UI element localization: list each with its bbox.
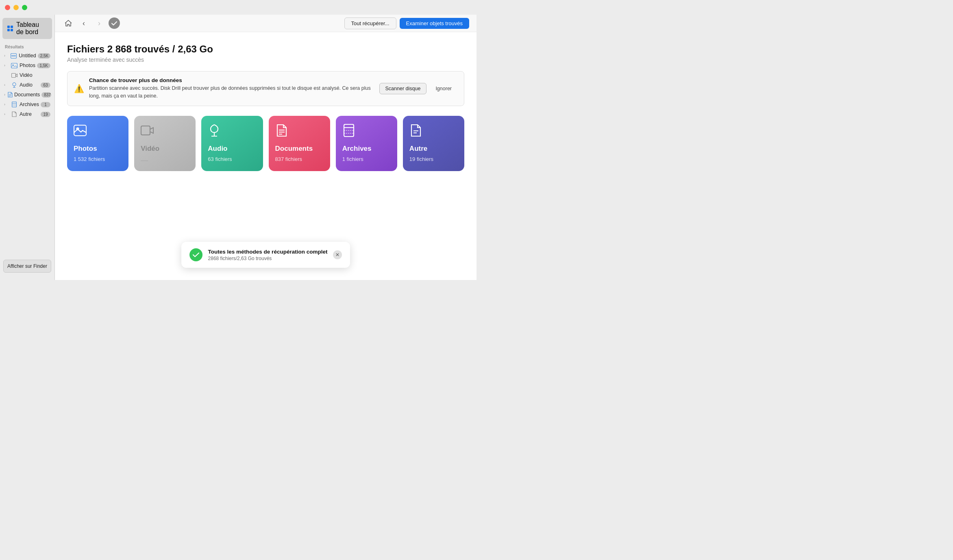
chevron-icon: › [4, 63, 8, 67]
sidebar-item-autre[interactable]: › Autre 19 [0, 109, 54, 119]
warning-title: Chance de trouver plus de données [89, 77, 374, 83]
chevron-icon: › [4, 102, 8, 106]
documents-card-count: 837 fichiers [275, 156, 324, 162]
svg-rect-17 [141, 126, 150, 135]
card-audio[interactable]: Audio 63 fichiers [201, 116, 263, 171]
autre-card-icon [409, 124, 458, 140]
svg-rect-5 [11, 73, 15, 77]
sidebar-item-label-archives: Archives [20, 102, 39, 107]
chevron-icon: › [4, 112, 8, 116]
check-button[interactable] [109, 17, 120, 29]
ignore-button[interactable]: Ignorer [430, 83, 457, 94]
card-archives[interactable]: Archives 1 fichiers [336, 116, 397, 171]
warning-banner: ⚠️ Chance de trouver plus de données Par… [67, 71, 464, 106]
toast-title: Toutes les méthodes de récupération comp… [208, 249, 328, 255]
warning-description: Partition scannée avec succès. Disk Dril… [89, 85, 374, 100]
forward-button[interactable]: › [93, 17, 105, 29]
back-button[interactable]: ‹ [78, 17, 90, 29]
autre-card-count: 19 fichiers [409, 156, 458, 162]
sidebar-item-untitled[interactable]: › Untitled 2,5K [0, 51, 54, 61]
svg-rect-1 [11, 55, 16, 57]
toast-text: Toutes les méthodes de récupération comp… [208, 249, 328, 261]
audio-card-count: 63 fichiers [208, 156, 256, 162]
toast-description: 2868 fichiers/2,63 Go trouvés [208, 256, 328, 261]
archives-card-label: Archives [342, 145, 391, 153]
card-autre[interactable]: Autre 19 fichiers [403, 116, 464, 171]
badge-photos: 1,5K [37, 63, 50, 68]
card-video[interactable]: Vidéo — [134, 116, 196, 171]
app-container: Tableau de bord Résultats › Untitled 2,5… [0, 15, 477, 280]
sidebar-item-dashboard[interactable]: Tableau de bord [2, 18, 52, 39]
card-photos[interactable]: Photos 1 532 fichiers [67, 116, 128, 171]
photos-card-icon [74, 124, 122, 140]
dashboard-label: Tableau de bord [16, 21, 47, 36]
main-content: ‹ › Tout récupérer... Examiner objets tr… [55, 15, 477, 280]
badge-untitled: 2,5K [38, 53, 50, 59]
toolbar: ‹ › Tout récupérer... Examiner objets tr… [55, 15, 477, 32]
chevron-icon: › [4, 83, 8, 87]
sidebar-item-label-video: Vidéo [20, 72, 50, 78]
sidebar-item-documents[interactable]: › Documents 837 [0, 90, 54, 100]
show-in-finder-button[interactable]: Afficher sur Finder [3, 260, 51, 273]
sidebar-item-archives[interactable]: › Archives 1 [0, 100, 54, 109]
sidebar-item-label-documents: Documents [14, 92, 40, 98]
archives-card-count: 1 fichiers [342, 156, 391, 162]
badge-archives: 1 [41, 102, 50, 107]
sidebar-item-label-untitled: Untitled [19, 53, 36, 59]
archives-card-icon [342, 124, 391, 140]
sidebar: Tableau de bord Résultats › Untitled 2,5… [0, 15, 55, 280]
video-card-label: Vidéo [141, 145, 189, 153]
sidebar-footer: Afficher sur Finder [0, 256, 54, 277]
sidebar-item-photos[interactable]: › Photos 1,5K [0, 61, 54, 70]
archive-icon [11, 102, 18, 107]
sidebar-item-label-audio: Audio [20, 82, 39, 88]
hdd-icon [10, 53, 17, 59]
doc-icon [8, 92, 13, 98]
sidebar-item-audio[interactable]: › Audio 63 [0, 80, 54, 90]
video-card-count: — [141, 156, 189, 165]
close-button[interactable] [5, 5, 10, 10]
page-subtitle: Analyse terminée avec succès [67, 56, 464, 63]
sidebar-item-video[interactable]: › Vidéo [0, 70, 54, 80]
file-icon [11, 111, 18, 117]
badge-audio: 63 [41, 82, 50, 88]
documents-card-label: Documents [275, 145, 324, 153]
badge-documents: 837 [41, 92, 51, 98]
sidebar-item-label-photos: Photos [20, 63, 35, 68]
minimize-button[interactable] [13, 5, 19, 10]
badge-autre: 19 [41, 112, 50, 117]
documents-card-icon [275, 124, 324, 140]
audio-card-icon [208, 124, 256, 140]
sidebar-item-label-autre: Autre [20, 111, 39, 117]
svg-rect-3 [11, 63, 17, 68]
audio-card-label: Audio [208, 145, 256, 153]
autre-card-label: Autre [409, 145, 458, 153]
chevron-icon: › [4, 54, 8, 58]
titlebar [0, 0, 477, 15]
sidebar-section-label: Résultats [0, 43, 54, 51]
photos-card-label: Photos [74, 145, 122, 153]
toast-notification: Toutes les méthodes de récupération comp… [181, 242, 350, 268]
warning-icon: ⚠️ [74, 84, 84, 93]
home-button[interactable] [62, 17, 74, 29]
examine-button[interactable]: Examiner objets trouvés [400, 18, 469, 29]
maximize-button[interactable] [22, 5, 27, 10]
warning-text: Chance de trouver plus de données Partit… [89, 77, 374, 100]
video-icon [11, 72, 18, 78]
recover-all-button[interactable]: Tout récupérer... [344, 17, 396, 29]
cards-grid: Photos 1 532 fichiers Vidéo — Audi [67, 116, 464, 171]
toast-check-icon [189, 248, 202, 261]
content-area: Fichiers 2 868 trouvés / 2,63 Go Analyse… [55, 32, 477, 280]
scan-disk-button[interactable]: Scanner disque [379, 83, 427, 94]
video-card-icon [141, 124, 189, 140]
card-documents[interactable]: Documents 837 fichiers [269, 116, 330, 171]
audio-icon [11, 82, 18, 88]
photos-card-count: 1 532 fichiers [74, 156, 122, 162]
toast-close-button[interactable]: ✕ [333, 250, 342, 259]
photo-icon [11, 63, 18, 68]
warning-actions: Scanner disque Ignorer [379, 83, 457, 94]
chevron-icon: › [4, 93, 5, 97]
grid-icon [7, 26, 13, 31]
page-title: Fichiers 2 868 trouvés / 2,63 Go [67, 43, 464, 55]
